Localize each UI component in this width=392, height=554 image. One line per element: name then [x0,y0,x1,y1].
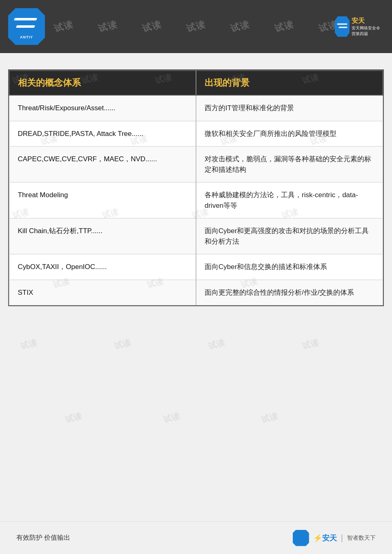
watermark-5: 试读 [229,18,251,35]
body-watermark-16: 试读 [19,337,38,352]
brand-text-group: 安天 安天网络安全令营第四届 [352,17,384,37]
table-row: STIX面向更完整的综合性的情报分析/作业/交换的体系 [9,280,383,305]
header: ANTIY 试读 试读 试读 试读 试读 试读 试读 安天 安天网络安全令营第四… [0,0,392,53]
footer-sep: | [341,533,343,543]
body-watermark-22: 试读 [260,410,279,425]
logo: ANTIY [8,8,45,45]
body-watermark-21: 试读 [162,410,181,425]
col1-header: 相关的概念体系 [9,71,196,95]
row-6-col1: STIX [9,280,196,305]
row-4-col2: 面向Cyber和更高强度的攻击和对抗的场景的分析工具和分析方法 [196,218,383,254]
header-watermarks: 试读 试读 试读 试读 试读 试读 试读 [0,0,392,53]
row-2-col2: 对攻击模式，脆弱点，漏洞等各种基础的安全元素的标定和描述结构 [196,147,383,182]
row-5-col1: CybOX,TAXII，OpenIOC...... [9,254,196,280]
footer: 有效防护 价值输出 ⚡安天 | 智者数天下 [0,521,392,554]
brand-name: 安天 [352,17,384,25]
col2-header: 出现的背景 [196,71,383,95]
table-row: DREAD,STRIDE,PASTA, Attack Tree......微软和… [9,121,383,147]
table-row: Threat Modeling各种威胁建模的方法论，工具，risk-centri… [9,182,383,218]
watermark-4: 试读 [185,18,207,35]
body-watermark-19: 试读 [301,337,320,352]
footer-lightning: ⚡ [313,534,322,542]
table-row: CybOX,TAXII，OpenIOC......面向Cyber和信息交换的描述… [9,254,383,280]
data-table: 相关的概念体系出现的背景Threat/Risk/Exposure/Asset..… [9,70,383,305]
header-brand: 安天 安天网络安全令营第四届 [335,12,384,41]
footer-brand-name: ⚡安天 [313,533,337,543]
row-4-col1: Kill Chain,钻石分析,TTP...... [9,218,196,254]
brand-sub: 安天网络安全令营第四届 [352,25,384,37]
table-row: Kill Chain,钻石分析,TTP......面向Cyber和更高强度的攻击… [9,218,383,254]
row-6-col2: 面向更完整的综合性的情报分析/作业/交换的体系 [196,280,383,305]
row-1-col2: 微软和相关安全厂商所推出的风险管理模型 [196,121,383,147]
watermark-2: 试读 [97,18,119,35]
footer-tagline: 有效防护 价值输出 [16,534,70,542]
footer-brand: ⚡安天 | 智者数天下 [293,530,376,546]
row-3-col1: Threat Modeling [9,182,196,218]
watermark-6: 试读 [273,18,295,35]
row-5-col2: 面向Cyber和信息交换的描述和标准体系 [196,254,383,280]
footer-brand-sub: 智者数天下 [347,534,376,542]
table-row: CAPEC,CWE,CVE,CVRF，MAEC，NVD......对攻击模式，脆… [9,147,383,182]
logo-stripes [14,14,39,34]
row-3-col2: 各种威胁建模的方法论，工具，risk-centric，data-driven等等 [196,182,383,218]
main-content: 相关的概念体系出现的背景Threat/Risk/Exposure/Asset..… [8,69,384,306]
logo-text: ANTIY [20,35,33,39]
row-0-col1: Threat/Risk/Exposure/Asset...... [9,95,196,121]
row-1-col1: DREAD,STRIDE,PASTA, Attack Tree...... [9,121,196,147]
row-0-col2: 西方的IT管理和标准化的背景 [196,95,383,121]
row-2-col1: CAPEC,CWE,CVE,CVRF，MAEC，NVD...... [9,147,196,182]
watermark-3: 试读 [141,18,163,35]
body-watermark-17: 试读 [113,337,132,352]
body-watermark-20: 试读 [64,410,83,425]
brand-icon [335,16,350,37]
body-watermark-18: 试读 [207,337,226,352]
table-row: Threat/Risk/Exposure/Asset......西方的IT管理和… [9,95,383,121]
watermark-1: 试读 [53,18,75,35]
footer-brand-icon [293,530,309,546]
